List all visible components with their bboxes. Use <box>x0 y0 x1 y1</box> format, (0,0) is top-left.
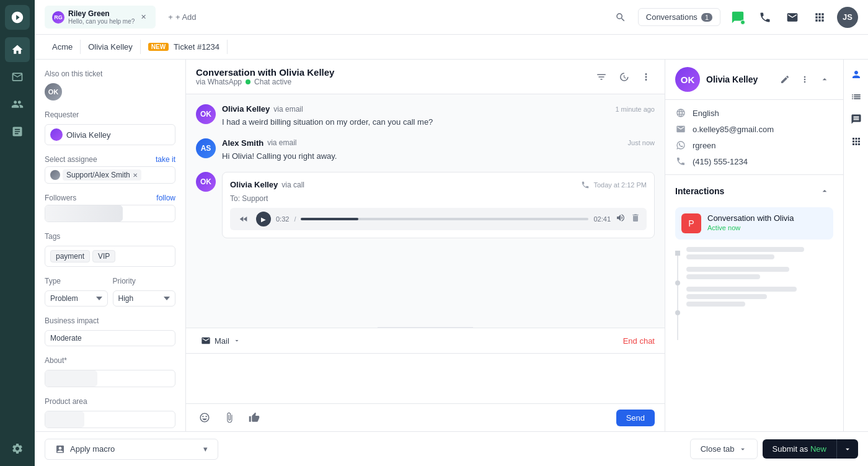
active-interaction[interactable]: P Conversation with Olivia Active now <box>675 207 833 240</box>
topbar-right: Conversations 1 JS <box>611 7 858 28</box>
msg-time-2: Just now <box>628 139 655 146</box>
submit-main-area[interactable]: Submit as New <box>763 439 836 459</box>
timeline-line-col <box>675 247 680 340</box>
attach-button[interactable] <box>221 409 238 426</box>
chat-icon-button[interactable] <box>728 7 748 27</box>
rewind-icon[interactable] <box>236 212 251 226</box>
assignee-remove-btn[interactable]: ✕ <box>133 172 138 179</box>
breadcrumb-ticket[interactable]: NEW Ticket #1234 <box>141 40 228 54</box>
tag-vip: VIP <box>92 250 115 262</box>
business-impact-input[interactable] <box>45 330 175 346</box>
emoji-button[interactable] <box>196 409 213 426</box>
strip-user-icon[interactable] <box>846 65 866 84</box>
also-on-ticket-section: Also on this ticket OK <box>45 69 175 101</box>
history-icon-button[interactable] <box>615 68 632 86</box>
thumbs-up-button[interactable] <box>246 409 263 426</box>
assignee-field[interactable]: Support/Alex Smith ✕ <box>45 166 175 184</box>
delete-audio-button[interactable] <box>631 213 640 225</box>
take-it-link[interactable]: take it <box>156 155 175 164</box>
msg-via-2: via email <box>267 138 296 147</box>
conversation-title: Conversation with Olivia Kelley <box>196 67 334 78</box>
customer-avatar: OK <box>675 67 700 92</box>
type-select[interactable]: Problem Incident Question Task <box>45 290 108 307</box>
sk-1 <box>686 247 804 252</box>
chat-status-dot <box>740 20 745 25</box>
msg-sender-1: Olivia Kelley <box>222 104 270 114</box>
submit-button[interactable]: Submit as New <box>763 439 858 459</box>
about-skeleton <box>45 370 97 387</box>
collapse-customer-button[interactable] <box>816 71 833 88</box>
breadcrumb-olivia-kelley[interactable]: Olivia Kelley <box>81 40 141 54</box>
time-separator: / <box>294 215 296 223</box>
call-avatar-inner: OK <box>196 172 216 192</box>
conversations-button[interactable]: Conversations 1 <box>638 8 720 26</box>
email-row: o.kelley85@gmail.com <box>675 123 833 135</box>
audio-progress-bar[interactable] <box>301 218 588 220</box>
strip-grid-icon[interactable] <box>846 132 866 151</box>
topbar: RG Riley Green Hello, can you help me? ✕… <box>35 0 868 35</box>
time-total: 02:41 <box>593 215 611 223</box>
interactions-title: Interactions <box>675 186 724 196</box>
strip-list-icon[interactable] <box>846 87 866 107</box>
macro-chevron-icon: ▾ <box>203 444 208 454</box>
end-chat-button[interactable]: End chat <box>623 336 655 346</box>
sidebar-item-settings[interactable] <box>5 436 30 461</box>
type-field-group: Type Problem Incident Question Task <box>45 277 108 307</box>
follow-link[interactable]: follow <box>156 194 175 202</box>
tab-info: Riley Green Hello, can you help me? <box>68 9 135 25</box>
mail-label: Mail <box>215 336 229 346</box>
grid-icon-button[interactable] <box>810 7 830 27</box>
mail-channel-selector[interactable]: Mail <box>196 333 246 348</box>
mail-icon-button[interactable] <box>782 7 802 27</box>
tags-container[interactable]: payment VIP <box>45 246 175 267</box>
call-sender: Olivia Kelley <box>230 180 278 189</box>
business-impact-label: Business impact <box>45 316 175 325</box>
followers-input[interactable] <box>45 205 175 222</box>
more-options-button[interactable] <box>637 68 655 86</box>
msg-sender-2: Alex Smith <box>222 138 264 148</box>
user-avatar-button[interactable]: JS <box>837 7 858 28</box>
sidebar-item-home[interactable] <box>5 37 30 62</box>
app-logo[interactable] <box>5 5 30 30</box>
sk-2 <box>686 254 774 259</box>
requester-display[interactable]: Olivia Kelley <box>45 124 175 145</box>
message-item-2: AS Alex Smith via email Just now Hi Oliv… <box>196 138 655 163</box>
search-button[interactable] <box>611 7 631 27</box>
sk-3 <box>686 267 789 272</box>
sidebar-item-tickets[interactable] <box>5 65 30 89</box>
sidebar-item-users[interactable] <box>5 92 30 117</box>
add-button[interactable]: + + Add <box>161 9 203 25</box>
tags-label: Tags <box>45 232 175 241</box>
send-button[interactable]: Send <box>616 410 655 426</box>
priority-select[interactable]: High Low Normal Urgent <box>113 290 176 307</box>
msg-content-2: Alex Smith via email Just now Hi Olivia!… <box>222 138 655 163</box>
tab-close-button[interactable]: ✕ <box>138 12 148 22</box>
interaction-content: Conversation with Olivia Active now <box>707 213 827 233</box>
volume-icon[interactable] <box>616 213 626 225</box>
msg-text-1: I had a weird billing situation on my or… <box>222 116 655 128</box>
product-area-field[interactable] <box>45 411 175 428</box>
assignee-value: Support/Alex Smith <box>66 171 130 179</box>
apply-macro-button[interactable]: Apply macro ▾ <box>45 439 218 460</box>
compose-input-area[interactable] <box>186 354 665 403</box>
sk-6 <box>686 294 767 299</box>
sidebar-item-reports[interactable] <box>5 119 30 144</box>
active-tab[interactable]: RG Riley Green Hello, can you help me? ✕ <box>45 6 156 29</box>
phone-icon-button[interactable] <box>755 7 775 27</box>
more-customer-button[interactable] <box>796 71 813 88</box>
breadcrumb-acme[interactable]: Acme <box>45 40 81 54</box>
msg-avatar-ok-inner: OK <box>196 104 216 124</box>
submit-dropdown-button[interactable] <box>837 440 858 459</box>
requester-avatar <box>50 128 63 141</box>
filter-icon-button[interactable] <box>593 68 610 86</box>
sk-5 <box>686 287 797 292</box>
collapse-interactions-button[interactable] <box>816 182 833 200</box>
edit-customer-button[interactable] <box>776 71 794 88</box>
play-button[interactable]: ▶ <box>256 212 271 226</box>
language-row: English <box>675 107 833 119</box>
strip-chat-icon[interactable] <box>846 109 866 129</box>
right-icon-strip <box>843 60 868 431</box>
close-tab-button[interactable]: Close tab <box>690 439 758 459</box>
conv-header-actions <box>593 68 655 86</box>
about-field[interactable] <box>45 370 175 387</box>
